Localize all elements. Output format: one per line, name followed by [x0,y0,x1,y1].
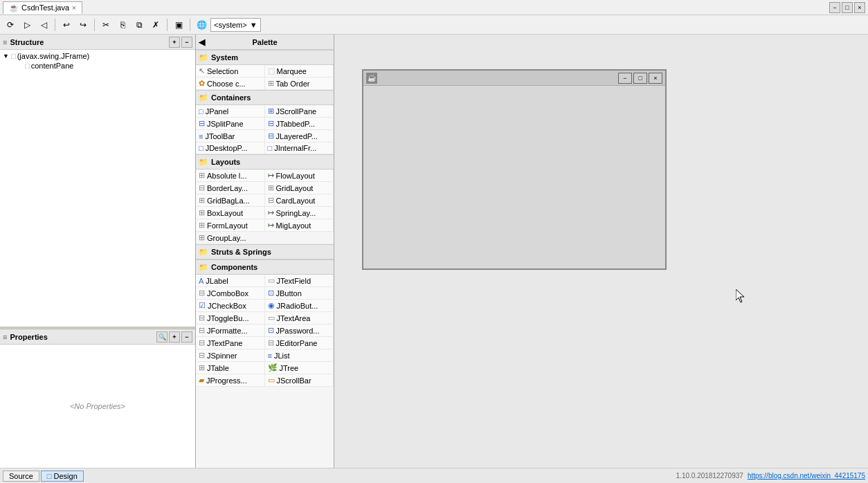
close-button[interactable]: × [854,2,865,13]
palette-item-jlist[interactable]: ≡ JList [265,349,334,362]
palette-item-jtree[interactable]: 🌿 JTree [265,362,334,374]
maximize-button[interactable]: □ [842,2,853,13]
palette-item-jpasswordfield[interactable]: ⊡ JPassword... [265,325,334,337]
palette-item-selection[interactable]: ↖ Selection [196,65,265,78]
palette-item-jtogglebutton[interactable]: ⊟ JToggleBu... [196,312,265,325]
remove-component-button[interactable]: − [181,37,192,48]
jspinner-label: JSpinner [207,352,237,360]
properties-panel: ≡ Properties 🔍 + − <No Properties> [0,329,195,468]
properties-title: Properties [10,333,47,341]
palette-item-jscrollpane[interactable]: ⊞ JScrollPane [265,105,334,118]
marquee-icon: ⬚ [268,66,275,75]
left-panel: ≡ Structure + − ▼ □ (javax.swing.JFrame)… [0,35,196,468]
palette-item-jinternalframe[interactable]: □ JInternalFr... [265,143,334,154]
palette-item-jdesktoppane[interactable]: □ JDesktopP... [196,143,265,154]
toolbar-paste-btn[interactable]: ⧉ [132,17,147,33]
structure-tree[interactable]: ▼ □ (javax.swing.JFrame) □ contentPane [0,50,195,327]
jeditorpane-label: JEditorPane [276,339,318,347]
palette-item-jprogressbar[interactable]: ▰ JProgress... [196,374,265,387]
palette-item-jtabbedpane[interactable]: ⊟ JTabbedP... [265,118,334,130]
properties-remove-button[interactable]: − [181,331,192,343]
add-component-button[interactable]: + [169,37,180,48]
toolbar-undo-btn[interactable]: ↩ [59,17,74,33]
tree-item-contentpane[interactable]: □ contentPane [1,61,194,71]
palette-item-jscrollbar[interactable]: ▭ JScrollBar [265,374,334,387]
jframe-content[interactable] [363,86,665,268]
palette-item-jtable[interactable]: ⊞ JTable [196,362,265,374]
file-tab[interactable]: ☕ CsdnTest.java × [3,1,82,14]
components-section-label: Components [211,263,257,271]
toolbar-copy-btn[interactable]: ⎘ [115,17,130,33]
palette-item-grouplayout[interactable]: ⊞ GroupLay... [196,232,334,244]
source-tab-label: Source [9,472,33,480]
palette-item-jtextpane[interactable]: ⊟ JTextPane [196,337,265,349]
toolbar-cut-btn[interactable]: ✂ [98,17,114,33]
jtextpane-label: JTextPane [207,339,242,347]
palette-item-jtoolbar[interactable]: ≡ JToolBar [196,130,265,143]
containers-folder-icon: 📁 [199,93,208,102]
palette-item-cardlayout[interactable]: ⊟ CardLayout [265,194,334,207]
palette-item-jlabel[interactable]: A JLabel [196,275,265,287]
palette-inner[interactable]: 📁 System ↖ Selection ⬚ Marquee ✿ Choose … [196,50,334,468]
toolbar-back-btn[interactable]: ◁ [36,17,51,33]
palette-panel: ◀ Palette 📁 System ↖ Selection ⬚ Marqu [196,35,334,468]
palette-item-jspinner[interactable]: ⊟ JSpinner [196,349,265,362]
palette-item-absolute[interactable]: ⊞ Absolute l... [196,170,265,182]
palette-section-containers: 📁 Containers [196,90,334,105]
jlayeredpane-icon: ⊟ [268,131,274,140]
structure-header: ≡ Structure + − [0,35,195,50]
toolbar-delete-btn[interactable]: ✗ [148,17,163,33]
jframe-minimize-button[interactable]: − [618,73,632,84]
palette-item-jcombobox[interactable]: ⊟ JComboBox [196,287,265,300]
jformattedtextfield-label: JFormatte... [207,327,248,335]
toolbar-test-btn[interactable]: ▣ [171,17,186,33]
palette-item-formlayout[interactable]: ⊞ FormLayout [196,219,265,232]
palette-item-flowlayout[interactable]: ↦ FlowLayout [265,170,334,182]
minimize-button[interactable]: − [829,2,840,13]
palette-item-jradiobutton[interactable]: ◉ JRadioBut... [265,300,334,312]
toolbar-sep-1 [55,19,55,31]
jsplitpane-icon: ⊟ [199,119,205,128]
toolbar-refresh-btn[interactable]: ⟳ [3,17,18,33]
palette-item-boxlayout[interactable]: ⊞ BoxLayout [196,207,265,219]
palette-item-taborder[interactable]: ⊞ Tab Order [265,78,334,90]
palette-item-jcheckbox[interactable]: ☑ JCheckBox [196,300,265,312]
csdn-link[interactable]: https://blog.csdn.net/weixin_44215175 [748,472,865,480]
palette-item-choose[interactable]: ✿ Choose c... [196,78,265,90]
jlist-label: JList [274,352,290,360]
toolbar-redo-btn[interactable]: ↪ [75,17,91,33]
palette-item-jeditorpane[interactable]: ⊟ JEditorPane [265,337,334,349]
toolbar-globe-btn[interactable]: 🌐 [194,17,209,33]
properties-search-button[interactable]: 🔍 [156,331,168,343]
jframe-maximize-button[interactable]: □ [633,73,647,84]
tree-item-jframe[interactable]: ▼ □ (javax.swing.JFrame) [1,51,194,61]
source-tab[interactable]: Source [3,471,39,482]
palette-item-borderlayout[interactable]: ⊟ BorderLay... [196,182,265,194]
palette-section-struts: 📁 Struts & Springs [196,244,334,259]
palette-item-jtextarea[interactable]: ▭ JTextArea [265,312,334,325]
palette-item-jformattedtextfield[interactable]: ⊟ JFormatte... [196,325,265,337]
grouplayout-label: GroupLay... [207,234,246,242]
jscrollpane-label: JScrollPane [276,107,317,116]
tree-label-jframe: (javax.swing.JFrame) [17,52,90,60]
palette-item-gridlayout[interactable]: ⊞ GridLayout [265,182,334,194]
palette-item-jtextfield[interactable]: ▭ JTextField [265,275,334,287]
palette-item-jlayeredpane[interactable]: ⊟ JLayeredP... [265,130,334,143]
properties-add-button[interactable]: + [169,331,180,343]
palette-collapse-button[interactable]: ◀ [199,37,205,47]
selection-label: Selection [207,67,238,75]
bottom-bar: Source □ Design 1.10.0.201812270937 http… [0,468,868,483]
design-tab[interactable]: □ Design [41,471,84,482]
palette-item-jpanel[interactable]: □ JPanel [196,105,265,118]
palette-item-gridbaglayout[interactable]: ⊞ GridBagLa... [196,194,265,207]
jscrollbar-icon: ▭ [268,376,275,385]
palette-item-marquee[interactable]: ⬚ Marquee [265,65,334,78]
palette-item-jbutton[interactable]: ⊡ JButton [265,287,334,300]
jframe-close-button[interactable]: × [649,73,662,84]
palette-item-springlayout[interactable]: ↦ SpringLay... [265,207,334,219]
tab-close-icon[interactable]: × [72,4,76,12]
palette-item-jsplitpane[interactable]: ⊟ JSplitPane [196,118,265,130]
palette-item-miglayout[interactable]: ↦ MigLayout [265,219,334,232]
system-dropdown[interactable]: <system> ▼ [210,18,261,32]
toolbar-forward-btn[interactable]: ▷ [19,17,35,33]
